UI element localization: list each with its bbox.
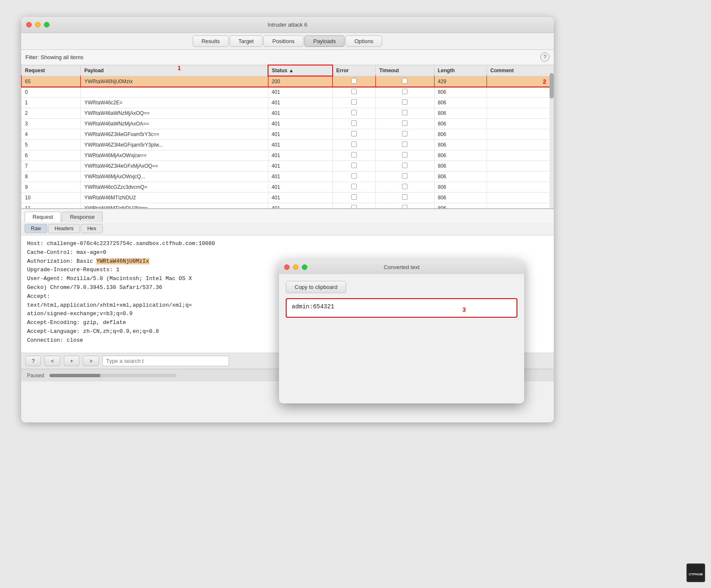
results-table: Request Payload Status ▲ Error Timeout L… bbox=[21, 65, 554, 208]
tab-request[interactable]: Request bbox=[25, 212, 61, 222]
subtab-hex[interactable]: Hex bbox=[81, 224, 102, 233]
filter-bar: Filter: Showing all items ? bbox=[21, 50, 554, 65]
col-header-status[interactable]: Status ▲ bbox=[268, 65, 333, 76]
sub-tab-bar: Request Response bbox=[21, 209, 554, 222]
error-checkbox[interactable] bbox=[351, 173, 357, 179]
copy-to-clipboard-button[interactable]: Copy to clipboard bbox=[286, 281, 346, 293]
subtab-raw[interactable]: Raw bbox=[25, 224, 47, 233]
error-checkbox[interactable] bbox=[351, 163, 357, 168]
tab-options[interactable]: Options bbox=[345, 35, 382, 47]
popup-body: Copy to clipboard admin:654321 3 bbox=[279, 274, 524, 403]
error-checkbox[interactable] bbox=[351, 120, 357, 126]
popup-close-button[interactable] bbox=[284, 264, 290, 270]
tab-results[interactable]: Results bbox=[193, 35, 229, 47]
annotation-3-label: 3 bbox=[462, 306, 466, 313]
error-checkbox[interactable] bbox=[351, 78, 357, 84]
request-line-host: Host: challenge-876c4c223725754c.sandbox… bbox=[27, 240, 548, 248]
next-button[interactable]: > bbox=[83, 356, 99, 366]
timeout-checkbox[interactable] bbox=[402, 184, 407, 189]
status-label: Paused bbox=[27, 373, 44, 378]
col-header-error: Error bbox=[333, 65, 376, 76]
table-row[interactable]: 65YWRtaW46NjU0MzIx200429 bbox=[22, 76, 554, 87]
table-row[interactable]: 6YWRtaW46MjAxOWxjcw==401806 bbox=[22, 150, 554, 161]
table-row[interactable]: 3YWRtaW46aWNzMjAxOA==401806 bbox=[22, 118, 554, 129]
popup-minimize-button[interactable] bbox=[293, 264, 298, 270]
tab-response[interactable]: Response bbox=[62, 212, 103, 222]
table-scrollbar[interactable] bbox=[550, 65, 554, 208]
table-row[interactable]: 0401806 bbox=[22, 87, 554, 97]
tab-target[interactable]: Target bbox=[230, 35, 263, 47]
timeout-checkbox[interactable] bbox=[402, 78, 407, 84]
col-header-length: Length bbox=[434, 65, 487, 76]
timeout-checkbox[interactable] bbox=[402, 99, 407, 105]
error-checkbox[interactable] bbox=[351, 89, 357, 94]
traffic-lights bbox=[26, 22, 49, 27]
col-header-payload: Payload bbox=[81, 65, 268, 76]
request-line-cache: Cache-Control: max-age=0 bbox=[27, 248, 548, 257]
window-title: Intruder attack 6 bbox=[268, 22, 307, 28]
filter-label: Filter: Showing all items bbox=[25, 54, 540, 60]
auth-token: YWRtaW46NjU0MzIx bbox=[96, 258, 149, 264]
table-row[interactable]: 4YWRtaW46Z3l4eGFxam5rY3c==401806 bbox=[22, 129, 554, 139]
error-checkbox[interactable] bbox=[351, 99, 357, 105]
title-bar: Intruder attack 6 bbox=[21, 17, 554, 33]
search-input[interactable] bbox=[102, 356, 229, 366]
results-table-container: Request Payload Status ▲ Error Timeout L… bbox=[21, 65, 554, 208]
table-row[interactable]: 2YWRtaW46aWNzMjAxOQ==401806 bbox=[22, 108, 554, 118]
table-row[interactable]: 5YWRtaW46Z3l4eGFqam5rY3pIw...401806 bbox=[22, 139, 554, 150]
tab-bar: Results Target Positions Payloads Option… bbox=[21, 33, 554, 50]
svg-text:CTFHUB: CTFHUB bbox=[689, 572, 703, 576]
minimize-button[interactable] bbox=[35, 22, 41, 27]
table-row[interactable]: 1YWRtaW46c2E=401806 bbox=[22, 97, 554, 108]
error-checkbox[interactable] bbox=[351, 205, 357, 209]
timeout-checkbox[interactable] bbox=[402, 152, 407, 158]
table-row[interactable]: 8YWRtaW46MjAxOWxjcQ...401806 bbox=[22, 171, 554, 182]
tab-positions[interactable]: Positions bbox=[263, 35, 304, 47]
progress-fill bbox=[49, 374, 100, 377]
progress-bar bbox=[49, 374, 176, 377]
help-toolbar-button[interactable]: ? bbox=[25, 356, 41, 366]
timeout-checkbox[interactable] bbox=[402, 89, 407, 94]
col-header-request: Request bbox=[22, 65, 81, 76]
timeout-checkbox[interactable] bbox=[402, 110, 407, 115]
annotation-2-label: 2 bbox=[543, 78, 546, 85]
annotation-1-label: 1 bbox=[178, 65, 181, 71]
error-checkbox[interactable] bbox=[351, 184, 357, 189]
request-sub-tabs: Raw Headers Hex bbox=[21, 222, 554, 235]
timeout-checkbox[interactable] bbox=[402, 163, 407, 168]
timeout-checkbox[interactable] bbox=[402, 131, 407, 136]
timeout-checkbox[interactable] bbox=[402, 173, 407, 179]
tab-payloads[interactable]: Payloads bbox=[304, 35, 345, 47]
ctfhub-logo: CTFHUB bbox=[686, 564, 705, 582]
popup-fullscreen-button[interactable] bbox=[302, 264, 307, 270]
col-header-comment: Comment bbox=[487, 65, 554, 76]
scrollbar-thumb[interactable] bbox=[550, 73, 554, 98]
popup-window: Converted text Copy to clipboard admin:6… bbox=[279, 260, 524, 403]
error-checkbox[interactable] bbox=[351, 142, 357, 147]
table-row[interactable]: 7YWRtaW46Z3l4eGFxMjAxOQ==401806 bbox=[22, 161, 554, 171]
table-row[interactable]: 9YWRtaW46cGZzc3dvcmQ=401806 bbox=[22, 182, 554, 192]
popup-title-bar: Converted text bbox=[279, 260, 524, 274]
error-checkbox[interactable] bbox=[351, 131, 357, 136]
error-checkbox[interactable] bbox=[351, 152, 357, 158]
prev-button[interactable]: < bbox=[44, 356, 60, 366]
converted-text-box: admin:654321 bbox=[286, 298, 517, 318]
table-row[interactable]: 11YWRtaW46MTIzNDU2Nzg=401806 bbox=[22, 203, 554, 208]
subtab-headers[interactable]: Headers bbox=[48, 224, 80, 233]
timeout-checkbox[interactable] bbox=[402, 194, 407, 200]
error-checkbox[interactable] bbox=[351, 110, 357, 115]
timeout-checkbox[interactable] bbox=[402, 120, 407, 126]
close-button[interactable] bbox=[26, 22, 32, 27]
popup-title: Converted text bbox=[384, 264, 420, 270]
help-button[interactable]: ? bbox=[540, 52, 550, 62]
error-checkbox[interactable] bbox=[351, 194, 357, 200]
col-header-timeout: Timeout bbox=[376, 65, 434, 76]
table-row[interactable]: 10YWRtaW46MTIzNDU2401806 bbox=[22, 192, 554, 203]
fullscreen-button[interactable] bbox=[44, 22, 49, 27]
timeout-checkbox[interactable] bbox=[402, 205, 407, 209]
timeout-checkbox[interactable] bbox=[402, 142, 407, 147]
add-button[interactable]: + bbox=[64, 356, 80, 366]
